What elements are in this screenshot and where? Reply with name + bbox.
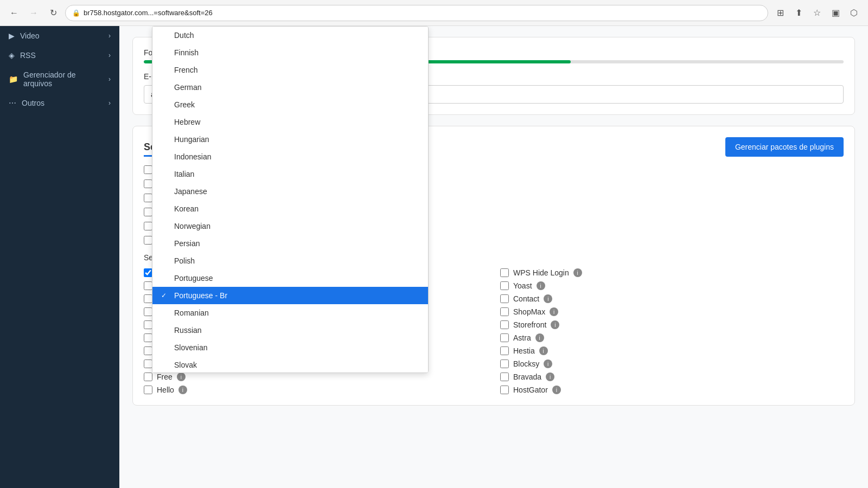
back-button[interactable]: ←	[7, 5, 22, 21]
dropdown-item-portuguese-br[interactable]: ✓Portuguese - Br	[152, 287, 428, 304]
sidebar-item-rss-label: RSS	[20, 51, 36, 60]
plugin-set-checkbox-hello[interactable]	[144, 386, 152, 394]
plugin-set-checkbox-bravada[interactable]	[500, 373, 509, 381]
sidebar-item-video[interactable]: ▶ Video ›	[0, 26, 119, 46]
plugin-set-checkbox-contact[interactable]	[500, 294, 509, 303]
address-bar[interactable]: 🔒 br758.hostgator.com...=software&soft=2…	[65, 5, 768, 21]
rss-icon: ◈	[9, 51, 15, 60]
info-icon[interactable]: i	[551, 320, 559, 329]
dropdown-item-norwegian[interactable]: Norwegian	[152, 217, 428, 235]
dropdown-item-french[interactable]: French	[152, 61, 428, 79]
info-icon[interactable]: i	[546, 373, 554, 381]
dropdown-item-label: Greek	[174, 100, 195, 109]
dropdown-item-russian[interactable]: Russian	[152, 322, 428, 339]
plugin-set-label-bravada: Bravada	[513, 373, 541, 381]
plugin-set-label-hostgator: HostGator	[513, 386, 548, 394]
language-dropdown[interactable]: DutchFinnishFrenchGermanGreekHebrewHunga…	[152, 26, 429, 373]
plugin-set-item-shopmax: ShopMaxi	[500, 307, 844, 316]
dropdown-item-label: German	[174, 83, 202, 92]
info-icon[interactable]: i	[178, 386, 187, 394]
plugin-set-checkbox-astra[interactable]	[500, 333, 509, 342]
info-icon[interactable]: i	[535, 333, 544, 342]
plugin-set-checkbox-hostgator[interactable]	[500, 386, 509, 394]
info-icon[interactable]: i	[552, 386, 561, 394]
info-icon[interactable]: i	[544, 359, 552, 368]
main-layout: ▶ Video › ◈ RSS › 📁 Gerenciador de arqui…	[0, 26, 868, 488]
plugin-set-item-contact: Contacti	[500, 294, 844, 303]
info-icon[interactable]: i	[573, 268, 582, 277]
view-button[interactable]: ▣	[828, 5, 843, 21]
plugin-set-checkbox-yoast[interactable]	[500, 281, 509, 290]
dropdown-item-romanian[interactable]: Romanian	[152, 304, 428, 322]
plugin-set-checkbox-wps-hide-login[interactable]	[500, 268, 509, 277]
translate-button[interactable]: ⊞	[773, 5, 788, 21]
outros-arrow-icon: ›	[108, 99, 111, 107]
dropdown-item-german[interactable]: German	[152, 79, 428, 96]
plugin-set-checkbox-elementor[interactable]	[144, 307, 152, 316]
dropdown-item-hebrew[interactable]: Hebrew	[152, 113, 428, 131]
plugin-set-checkbox-google[interactable]	[144, 294, 152, 303]
dropdown-item-polish[interactable]: Polish	[152, 252, 428, 269]
plugin-checkbox-speedycache[interactable]	[144, 179, 152, 188]
forward-button[interactable]: →	[26, 5, 41, 21]
outros-icon: ⋯	[9, 99, 16, 107]
dropdown-item-label: Italian	[174, 170, 194, 178]
dropdown-item-indonesian[interactable]: Indonesian	[152, 148, 428, 165]
dropdown-item-greek[interactable]: Greek	[152, 96, 428, 113]
plugin-checkbox-gosmtp[interactable]	[144, 208, 152, 216]
plugin-set-checkbox-storefront[interactable]	[500, 320, 509, 329]
share-button[interactable]: ⬆	[791, 5, 806, 21]
plugin-set-checkbox-colibri[interactable]	[144, 359, 152, 368]
dropdown-item-japanese[interactable]: Japanese	[152, 183, 428, 200]
plugin-set-item-hostgator: HostGatori	[500, 386, 844, 394]
plugin-set-checkbox-hestia[interactable]	[500, 346, 509, 355]
plugin-set-label-astra: Astra	[513, 333, 531, 342]
plugin-set-checkbox-blocksy[interactable]	[500, 359, 509, 368]
dropdown-item-italian[interactable]: Italian	[152, 165, 428, 183]
plugin-set-item-storefront: Storefronti	[500, 320, 844, 329]
plugin-set-checkbox-woocommerce[interactable]	[144, 281, 152, 290]
info-icon[interactable]: i	[177, 373, 186, 381]
browser-actions: ⊞ ⬆ ☆ ▣ ⬡	[773, 5, 861, 21]
sidebar-item-outros[interactable]: ⋯ Outros ›	[0, 93, 119, 113]
dropdown-item-persian[interactable]: Persian	[152, 235, 428, 252]
plugin-set-label-shopmax: ShopMax	[513, 307, 545, 316]
plugin-set-checkbox-shopmax[interactable]	[500, 307, 509, 316]
dropdown-item-slovak[interactable]: Slovak	[152, 356, 428, 373]
dropdown-item-label: Japanese	[174, 187, 207, 196]
info-icon[interactable]: i	[544, 294, 552, 303]
sidebar-item-rss[interactable]: ◈ RSS ›	[0, 46, 119, 65]
plugin-checkbox-loginizer[interactable]	[144, 194, 152, 202]
video-icon: ▶	[9, 31, 15, 40]
sidebar-item-file-manager[interactable]: 📁 Gerenciador de arquivos ›	[0, 65, 119, 93]
dropdown-item-finnish[interactable]: Finnish	[152, 44, 428, 61]
sidebar-item-outros-label: Outros	[22, 99, 44, 107]
extensions-button[interactable]: ⬡	[846, 5, 861, 21]
plugin-set-checkbox-envo[interactable]	[144, 320, 152, 329]
bookmark-button[interactable]: ☆	[809, 5, 825, 21]
plugin-checkbox-backuply[interactable]	[144, 165, 152, 174]
dropdown-item-slovenian[interactable]: Slovenian	[152, 339, 428, 356]
plugin-set-label-contact: Contact	[513, 294, 539, 303]
plugin-checkbox-fileorganizer[interactable]	[144, 222, 152, 230]
dropdown-item-hungarian[interactable]: Hungarian	[152, 131, 428, 148]
info-icon[interactable]: i	[550, 307, 558, 316]
plugin-set-item-hestia: Hestiai	[500, 346, 844, 355]
manage-plugins-button[interactable]: Gerenciar pacotes de plugins	[725, 137, 844, 157]
dropdown-item-korean[interactable]: Korean	[152, 200, 428, 217]
dropdown-item-label: Russian	[174, 326, 202, 335]
plugin-set-checkbox-ashe[interactable]	[144, 346, 152, 355]
dropdown-item-label: Polish	[174, 256, 195, 265]
reload-button[interactable]: ↻	[46, 5, 61, 21]
plugin-set-item-bravada: Bravadai	[500, 373, 844, 381]
info-icon[interactable]: i	[539, 346, 548, 355]
plugin-set-checkbox-supermarket[interactable]	[144, 333, 152, 342]
info-icon[interactable]: i	[537, 281, 545, 290]
plugin-set-checkbox-really-simple-ssl[interactable]	[144, 268, 152, 277]
dropdown-item-dutch[interactable]: Dutch	[152, 27, 428, 44]
dropdown-item-portuguese[interactable]: Portuguese	[152, 269, 428, 287]
plugin-set-checkbox-free[interactable]	[144, 373, 152, 381]
rss-arrow-icon: ›	[108, 52, 111, 59]
plugin-checkbox-siteseo[interactable]	[144, 236, 152, 245]
sidebar-item-file-manager-label: Gerenciador de arquivos	[23, 70, 103, 88]
